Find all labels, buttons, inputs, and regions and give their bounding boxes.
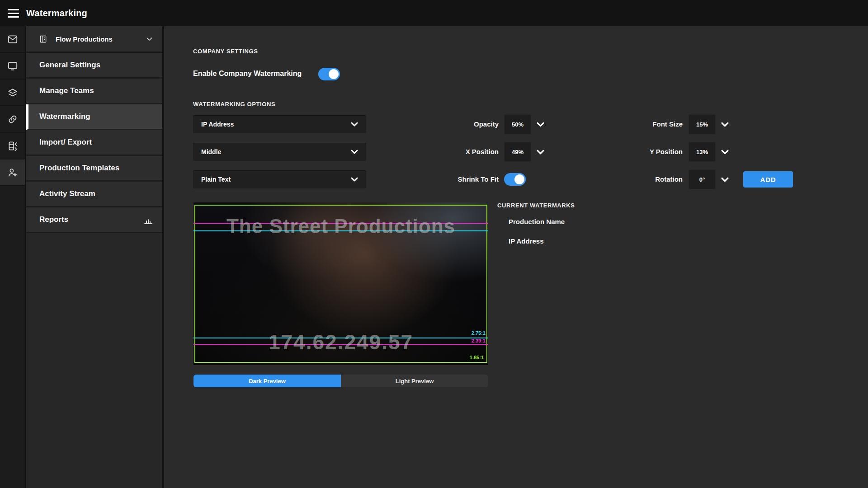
rail-item-layers[interactable] bbox=[0, 80, 25, 106]
sidebar-item-label: Watermarking bbox=[39, 112, 90, 121]
ratio-label-1-85: 1.85:1 bbox=[470, 355, 484, 360]
opacity-select[interactable]: 50% bbox=[504, 114, 544, 134]
current-watermarks-heading: CURRENT WATERMARKS bbox=[497, 202, 575, 209]
font-size-select[interactable]: 15% bbox=[689, 114, 729, 134]
x-position-label: X Position bbox=[417, 148, 499, 155]
org-name: Flow Productions bbox=[56, 35, 113, 43]
rotation-value: 0° bbox=[689, 169, 716, 189]
mail-icon bbox=[7, 33, 19, 45]
rotation-select[interactable]: 0° bbox=[689, 169, 729, 189]
sidebar-item-label: Manage Teams bbox=[39, 86, 94, 95]
layers-icon bbox=[7, 87, 19, 99]
page-title: Watermarking bbox=[26, 8, 87, 19]
org-selector[interactable]: Flow Productions bbox=[26, 26, 162, 53]
rail-item-monitor[interactable] bbox=[0, 53, 25, 80]
sidebar-item-label: Production Templates bbox=[39, 164, 119, 173]
company-settings-heading: COMPANY SETTINGS bbox=[193, 48, 258, 55]
sidebar-item-label: Activity Stream bbox=[39, 189, 95, 198]
bar-chart-icon bbox=[143, 215, 154, 228]
watermark-text-ip: 174.62.249.57 bbox=[193, 330, 488, 354]
rail-item-link[interactable] bbox=[0, 106, 25, 133]
ratio-label-2-39: 2.39:1 bbox=[472, 338, 486, 343]
watermarking-options-heading: WATERMARKING OPTIONS bbox=[193, 101, 275, 108]
font-size-value: 15% bbox=[689, 114, 716, 134]
light-preview-button[interactable]: Light Preview bbox=[341, 375, 488, 387]
watermark-text-production: The Street Productions bbox=[193, 215, 488, 238]
building-icon bbox=[38, 34, 48, 44]
chevron-down-icon bbox=[351, 150, 358, 154]
rail-item-admin-settings[interactable] bbox=[0, 160, 25, 186]
add-button[interactable]: ADD bbox=[743, 171, 793, 188]
current-watermark-ip-address[interactable]: IP Address bbox=[509, 237, 544, 245]
sidebar-item-manage-teams[interactable]: Manage Teams bbox=[26, 79, 162, 104]
preview-mode-switch: Dark Preview Light Preview bbox=[193, 375, 488, 387]
chevron-down-icon bbox=[146, 37, 152, 41]
chevron-down-icon bbox=[351, 177, 358, 182]
watermark-type-dropdown[interactable]: IP Address bbox=[193, 115, 366, 133]
hamburger-menu-icon[interactable] bbox=[0, 0, 26, 26]
rail-item-server-transfer[interactable] bbox=[0, 133, 25, 160]
y-position-select[interactable]: 13% bbox=[689, 142, 729, 162]
sidebar: Flow Productions General Settings Manage… bbox=[26, 26, 164, 488]
font-size-label: Font Size bbox=[601, 120, 683, 128]
shrink-to-fit-toggle[interactable] bbox=[504, 173, 526, 186]
sidebar-item-reports[interactable]: Reports bbox=[26, 207, 162, 233]
y-position-label: Y Position bbox=[601, 148, 683, 155]
dropdown-value: Plain Text bbox=[201, 176, 231, 183]
sidebar-item-label: General Settings bbox=[39, 61, 100, 70]
opacity-label: Opacity bbox=[417, 120, 499, 128]
icon-rail bbox=[0, 26, 26, 488]
sidebar-item-production-templates[interactable]: Production Templates bbox=[26, 156, 162, 182]
shrink-to-fit-label: Shrink To Fit bbox=[417, 175, 499, 183]
chevron-down-icon bbox=[721, 177, 729, 182]
y-position-value: 13% bbox=[689, 142, 716, 162]
user-admin-icon bbox=[7, 167, 19, 178]
sidebar-item-import-export[interactable]: Import/ Export bbox=[26, 130, 162, 156]
chevron-down-icon bbox=[537, 150, 544, 155]
monitor-icon bbox=[7, 60, 19, 72]
sidebar-item-watermarking[interactable]: Watermarking bbox=[26, 104, 162, 130]
sidebar-item-activity-stream[interactable]: Activity Stream bbox=[26, 182, 162, 207]
chevron-down-icon bbox=[351, 122, 358, 127]
chevron-down-icon bbox=[721, 150, 729, 155]
sidebar-item-label: Import/ Export bbox=[39, 138, 92, 147]
main-content: COMPANY SETTINGS Enable Company Watermar… bbox=[164, 26, 868, 488]
dark-preview-button[interactable]: Dark Preview bbox=[193, 375, 341, 387]
opacity-value: 50% bbox=[504, 114, 531, 134]
enable-watermarking-label: Enable Company Watermarking bbox=[193, 70, 302, 78]
x-position-value: 49% bbox=[504, 142, 531, 162]
rail-item-mail[interactable] bbox=[0, 26, 25, 53]
watermark-preview: The Street Productions 174.62.249.57 2.7… bbox=[193, 202, 488, 365]
text-style-dropdown[interactable]: Plain Text bbox=[193, 170, 366, 188]
position-dropdown[interactable]: Middle bbox=[193, 143, 366, 161]
x-position-select[interactable]: 49% bbox=[504, 142, 544, 162]
rotation-label: Rotation bbox=[601, 175, 683, 183]
chevron-down-icon bbox=[721, 122, 729, 127]
dropdown-value: IP Address bbox=[201, 121, 234, 128]
dropdown-value: Middle bbox=[201, 148, 221, 155]
link-icon bbox=[7, 113, 19, 125]
sidebar-item-general-settings[interactable]: General Settings bbox=[26, 53, 162, 79]
ratio-label-2-75: 2.75:1 bbox=[472, 330, 486, 336]
chevron-down-icon bbox=[537, 122, 544, 127]
enable-watermarking-toggle[interactable] bbox=[318, 68, 340, 80]
toggle-knob bbox=[329, 69, 339, 79]
sidebar-item-label: Reports bbox=[39, 215, 68, 224]
current-watermark-production-name[interactable]: Production Name bbox=[509, 218, 565, 225]
top-bar: Watermarking bbox=[0, 0, 868, 26]
server-transfer-icon bbox=[7, 140, 19, 152]
toggle-knob bbox=[514, 174, 524, 184]
